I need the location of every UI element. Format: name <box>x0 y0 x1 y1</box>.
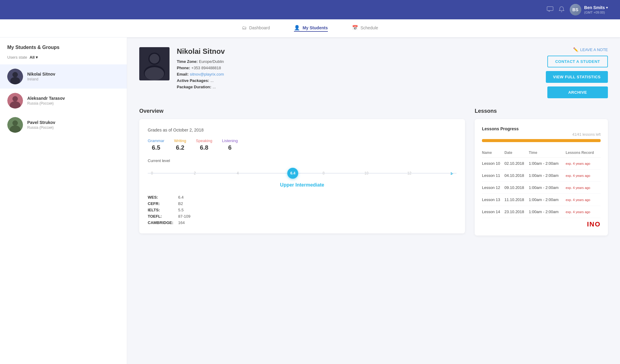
main-layout: My Students & Groups Users state All ▾ <box>0 37 620 364</box>
profile-section: Nikolai Sitnov Time Zone: Europe/Dublin … <box>139 47 608 98</box>
grammar-value: 6.5 <box>148 144 164 151</box>
dashboard-icon: 🗂 <box>242 25 247 31</box>
sidebar-filter: Users state All ▾ <box>0 55 127 64</box>
th-name: Name <box>482 148 504 158</box>
student-country: Russia (Россия) <box>27 101 120 106</box>
sidebar-title: My Students & Groups <box>0 45 127 55</box>
table-header-row: Name Date Time Lessons Record <box>482 148 601 158</box>
sidebar: My Students & Groups Users state All ▾ <box>0 37 127 364</box>
svg-point-4 <box>10 77 20 84</box>
lesson-name: Lesson 10 <box>482 158 504 170</box>
lessons-count: 41/41 lessons left <box>482 132 601 137</box>
student-info: Pavel Strukov Russia (Россия) <box>27 120 120 130</box>
lesson-time: 1:00am - 2:00am <box>529 170 566 182</box>
pencil-icon: ✏️ <box>573 47 578 52</box>
lessons-progress-label: Lessons Progress <box>482 126 601 131</box>
profile-photo <box>139 47 170 80</box>
view-statistics-button[interactable]: VIEW FULL STATISTICS <box>546 71 608 83</box>
student-item[interactable]: Pavel Strukov Russia (Россия) <box>0 113 127 137</box>
cefr-value: B2 <box>178 201 457 206</box>
student-item[interactable]: Nikolai Sitnov Ireland <box>0 64 127 89</box>
svg-point-3 <box>12 72 18 77</box>
cambridge-label: CAMBRIDGE: <box>148 220 173 225</box>
grades-title: Grades as of October 2, 2018 <box>148 128 457 132</box>
filter-chevron-icon: ▾ <box>36 55 38 60</box>
cefr-label: CEFR: <box>148 201 173 206</box>
chevron-down-icon: ▾ <box>606 5 608 10</box>
nav-my-students[interactable]: 👤 My Students <box>294 25 328 32</box>
filter-label: Users state <box>7 55 27 60</box>
nav-schedule[interactable]: 📅 Schedule <box>352 25 378 32</box>
profile-actions: ✏️ LEAVE A NOTE CONTACT A STUDENT VIEW F… <box>546 47 608 98</box>
leave-note-button[interactable]: ✏️ LEAVE A NOTE <box>573 47 608 52</box>
svg-point-15 <box>145 67 164 80</box>
archive-button[interactable]: ARCHIVE <box>547 86 608 98</box>
main-content: Nikolai Sitnov Time Zone: Europe/Dublin … <box>127 37 620 364</box>
th-date: Date <box>504 148 529 158</box>
students-icon: 👤 <box>294 25 300 31</box>
cambridge-value: 164 <box>178 220 457 225</box>
profile-email: Email: sitnov@playrix.com <box>177 72 539 76</box>
lesson-record: exp. 4 years ago <box>566 206 601 218</box>
lessons-section: Lessons Lessons Progress 41/41 lessons l… <box>475 108 608 236</box>
toefl-label: TOEFL: <box>148 214 173 219</box>
speaking-label: Speaking <box>196 138 212 143</box>
student-name: Nikolai Sitnov <box>27 72 120 76</box>
student-avatar <box>7 117 23 133</box>
nav-dashboard[interactable]: 🗂 Dashboard <box>242 25 270 32</box>
profile-timezone: Time Zone: Europe/Dublin <box>177 59 539 64</box>
ielts-value: 5.5 <box>178 208 457 212</box>
lesson-record: exp. 4 years ago <box>566 194 601 206</box>
ino-section: INO <box>482 220 601 228</box>
lesson-date: 09.10.2018 <box>504 182 529 194</box>
student-item[interactable]: Aleksandr Tarasov Russia (Россия) <box>0 89 127 113</box>
bell-icon[interactable] <box>559 6 564 14</box>
overview-title: Overview <box>139 108 465 114</box>
student-info: Aleksandr Tarasov Russia (Россия) <box>27 96 120 106</box>
progress-bar <box>482 139 601 142</box>
grammar-label: Grammar <box>148 138 164 143</box>
user-timezone: (GMT +09:00) <box>584 10 608 15</box>
svg-point-6 <box>12 96 18 102</box>
navigation: 🗂 Dashboard 👤 My Students 📅 Schedule <box>0 19 620 37</box>
svg-point-1 <box>561 11 562 12</box>
lesson-time: 1:00am - 2:00am <box>529 194 566 206</box>
writing-value: 6.2 <box>174 144 186 151</box>
lesson-name: Lesson 14 <box>482 206 504 218</box>
grade-writing: Writing 6.2 <box>174 138 186 151</box>
profile-duration: Package Duration: ... <box>177 85 539 89</box>
lesson-date: 02.10.2018 <box>504 158 529 170</box>
table-row: Lesson 13 11.10.2018 1:00am - 2:00am exp… <box>482 194 601 206</box>
ielts-label: IELTS: <box>148 208 173 212</box>
lesson-name: Lesson 13 <box>482 194 504 206</box>
email-link[interactable]: sitnov@playrix.com <box>190 72 224 76</box>
level-name: Upper Intermediate <box>148 182 457 188</box>
chat-icon[interactable] <box>547 6 553 13</box>
table-row: Lesson 12 09.10.2018 1:00am - 2:00am exp… <box>482 182 601 194</box>
level-scale: 0 2 4 8 10 12 ▶ 6.4 <box>148 167 457 180</box>
user-menu[interactable]: BS Ben Smits ▾ (GMT +09:00) <box>570 4 608 15</box>
ino-badge: INO <box>587 220 601 228</box>
wes-value: 6.4 <box>178 195 457 200</box>
svg-point-14 <box>150 54 159 63</box>
header-icons: BS Ben Smits ▾ (GMT +09:00) <box>547 4 608 15</box>
profile-packages: Active Packages: ... <box>177 78 539 83</box>
student-info: Nikolai Sitnov Ireland <box>27 72 120 81</box>
level-active-bubble: 6.4 <box>287 168 298 179</box>
lesson-record: exp. 4 years ago <box>566 182 601 194</box>
contact-student-button[interactable]: CONTACT A STUDENT <box>547 56 608 67</box>
toefl-value: 87-109 <box>178 214 457 219</box>
filter-value[interactable]: All ▾ <box>30 55 38 60</box>
user-name: Ben Smits ▾ <box>584 5 608 10</box>
scores-grid: WES: 6.4 CEFR: B2 IELTS: 5.5 TOEFL: 87-1… <box>148 195 457 225</box>
header: BS Ben Smits ▾ (GMT +09:00) <box>0 0 620 19</box>
current-level-label: Current level <box>148 158 457 163</box>
table-row: Lesson 11 04.10.2018 1:00am - 2:00am exp… <box>482 170 601 182</box>
lesson-time: 1:00am - 2:00am <box>529 182 566 194</box>
grades-row: Grammar 6.5 Writing 6.2 Speaking 6.8 L <box>148 138 457 151</box>
lesson-date: 11.10.2018 <box>504 194 529 206</box>
student-avatar <box>7 93 23 109</box>
th-record: Lessons Record <box>566 148 601 158</box>
listening-label: Listening <box>222 138 238 143</box>
schedule-icon: 📅 <box>352 25 358 31</box>
